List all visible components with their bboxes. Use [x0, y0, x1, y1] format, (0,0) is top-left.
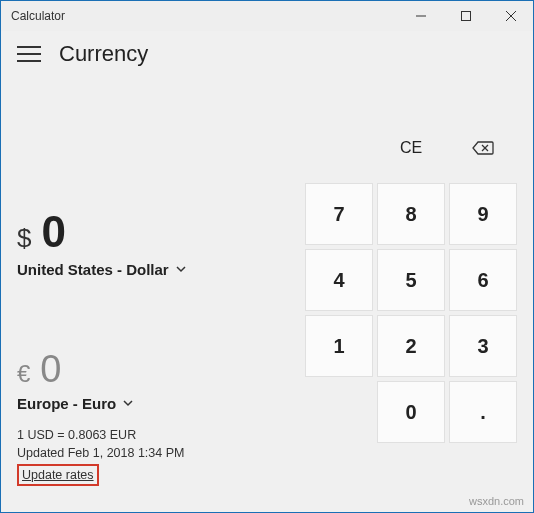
titlebar: Calculator — [1, 1, 533, 31]
window-title: Calculator — [1, 9, 398, 23]
main-area: $ 0 United States - Dollar € 0 Europe - … — [1, 71, 533, 504]
from-block: $ 0 United States - Dollar — [17, 207, 287, 278]
close-button[interactable] — [488, 1, 533, 31]
maximize-button[interactable] — [443, 1, 488, 31]
key-2[interactable]: 2 — [377, 315, 445, 377]
header: Currency — [1, 31, 533, 71]
backspace-icon — [472, 141, 494, 155]
to-value-row[interactable]: € 0 — [17, 348, 287, 391]
from-value: 0 — [41, 207, 65, 257]
from-value-row[interactable]: $ 0 — [17, 207, 287, 257]
rate-updated: Updated Feb 1, 2018 1:34 PM — [17, 444, 287, 462]
watermark: wsxdn.com — [469, 495, 524, 507]
keypad: CE 7 8 9 4 5 6 1 2 3 0 . — [305, 71, 517, 492]
to-currency-label: Europe - Euro — [17, 395, 116, 412]
minimize-button[interactable] — [398, 1, 443, 31]
key-8[interactable]: 8 — [377, 183, 445, 245]
svg-rect-1 — [461, 12, 470, 21]
key-9[interactable]: 9 — [449, 183, 517, 245]
rate-line: 1 USD = 0.8063 EUR — [17, 426, 287, 444]
key-3[interactable]: 3 — [449, 315, 517, 377]
key-backspace[interactable] — [449, 117, 517, 179]
to-value: 0 — [40, 348, 61, 391]
key-0[interactable]: 0 — [377, 381, 445, 443]
key-6[interactable]: 6 — [449, 249, 517, 311]
chevron-down-icon — [122, 397, 134, 409]
update-rates-link[interactable]: Update rates — [17, 464, 99, 486]
conversion-panel: $ 0 United States - Dollar € 0 Europe - … — [17, 71, 305, 492]
key-5[interactable]: 5 — [377, 249, 445, 311]
from-currency-label: United States - Dollar — [17, 261, 169, 278]
rate-info: 1 USD = 0.8063 EUR Updated Feb 1, 2018 1… — [17, 426, 287, 486]
key-ce[interactable]: CE — [377, 117, 445, 179]
from-currency-select[interactable]: United States - Dollar — [17, 261, 287, 278]
mode-title: Currency — [59, 41, 148, 67]
to-block: € 0 Europe - Euro — [17, 348, 287, 412]
key-7[interactable]: 7 — [305, 183, 373, 245]
to-symbol: € — [17, 360, 30, 388]
key-4[interactable]: 4 — [305, 249, 373, 311]
key-1[interactable]: 1 — [305, 315, 373, 377]
chevron-down-icon — [175, 263, 187, 275]
to-currency-select[interactable]: Europe - Euro — [17, 395, 287, 412]
key-dot[interactable]: . — [449, 381, 517, 443]
menu-icon[interactable] — [17, 42, 41, 66]
from-symbol: $ — [17, 223, 31, 254]
